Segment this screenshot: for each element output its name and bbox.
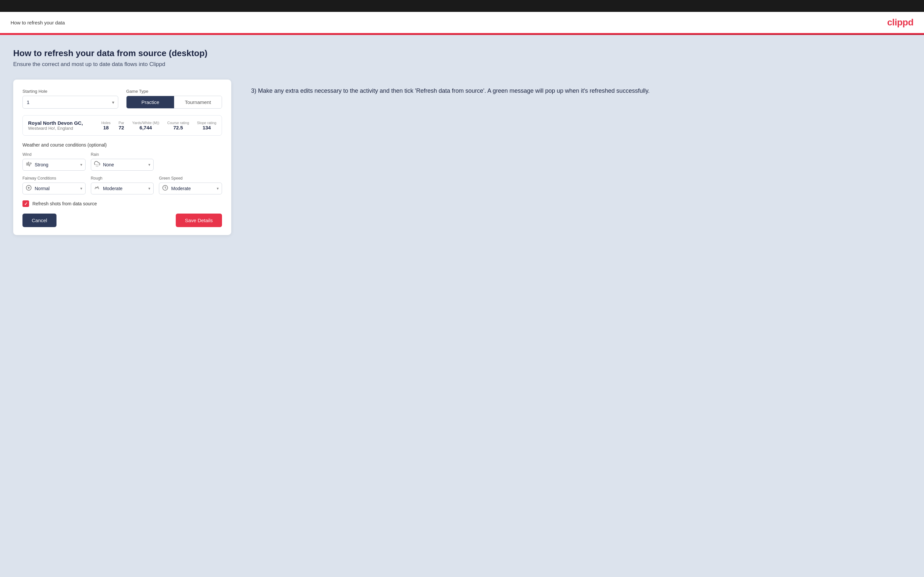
fairway-label: Fairway Conditions [23, 176, 86, 181]
game-type-group: Game Type Practice Tournament [126, 89, 222, 109]
rough-label: Rough [91, 176, 154, 181]
starting-hole-label: Starting Hole [23, 89, 118, 94]
stat-holes: Holes 18 [102, 121, 111, 131]
stat-course-rating: Course rating 72.5 [167, 121, 189, 131]
instruction-area: 3) Make any extra edits necessary to the… [251, 79, 911, 96]
fairway-rough-green-row: Fairway Conditions Normal Soft Firm ▾ [23, 176, 222, 194]
par-label: Par [119, 121, 124, 125]
header: How to refresh your data clippd [0, 12, 924, 34]
page-heading: How to refresh your data from source (de… [13, 48, 911, 58]
yards-value: 6,744 [132, 125, 159, 131]
holes-label: Holes [102, 121, 111, 125]
stat-yards: Yards/White (M)) 6,744 [132, 121, 159, 131]
refresh-checkbox-label: Refresh shots from data source [32, 201, 97, 206]
content-row: Starting Hole 1 10 ▾ Game Type Practi [13, 79, 911, 235]
wind-select[interactable]: Strong Calm Light Moderate [23, 159, 86, 171]
game-type-toggle: Practice Tournament [126, 96, 222, 109]
rough-icon [94, 185, 100, 192]
fairway-group: Fairway Conditions Normal Soft Firm ▾ [23, 176, 86, 194]
rough-select-wrapper: Moderate Light Heavy ▾ [91, 182, 154, 194]
course-location: Westward Ho!, England [28, 126, 95, 131]
rain-label: Rain [91, 152, 154, 157]
card-area: Starting Hole 1 10 ▾ Game Type Practi [13, 79, 231, 235]
breadcrumb: How to refresh your data [11, 20, 65, 26]
stat-slope-rating: Slope rating 134 [197, 121, 216, 131]
course-stats: Holes 18 Par 72 Yards/White (M)) 6,744 [102, 121, 216, 131]
fairway-select[interactable]: Normal Soft Firm [23, 182, 86, 194]
green-speed-group: Green Speed Moderate Slow Fast ▾ [159, 176, 222, 194]
green-speed-icon [162, 185, 168, 192]
slope-rating-value: 134 [197, 125, 216, 131]
page-subheading: Ensure the correct and most up to date d… [13, 61, 911, 68]
par-value: 72 [119, 125, 124, 131]
top-bar [0, 0, 924, 12]
cancel-button[interactable]: Cancel [23, 214, 57, 227]
course-name: Royal North Devon GC, [28, 120, 95, 126]
wind-rain-row: Wind Strong Calm Light Moderate [23, 152, 222, 171]
wind-icon [26, 161, 32, 168]
holes-value: 18 [102, 125, 111, 131]
starting-hole-group: Starting Hole 1 10 ▾ [23, 89, 118, 109]
spacer-group [159, 152, 222, 171]
green-speed-select[interactable]: Moderate Slow Fast [159, 182, 222, 194]
wind-select-wrapper: Strong Calm Light Moderate ▾ [23, 159, 86, 171]
green-speed-label: Green Speed [159, 176, 222, 181]
instruction-text: 3) Make any extra edits necessary to the… [251, 86, 911, 96]
course-rating-value: 72.5 [167, 125, 189, 131]
button-row: Cancel Save Details [23, 214, 222, 227]
stat-par: Par 72 [119, 121, 124, 131]
fairway-select-wrapper: Normal Soft Firm ▾ [23, 182, 86, 194]
course-name-area: Royal North Devon GC, Westward Ho!, Engl… [28, 120, 95, 131]
footer: Copyright Clippd 2022 [0, 572, 924, 577]
green-speed-select-wrapper: Moderate Slow Fast ▾ [159, 182, 222, 194]
practice-toggle-btn[interactable]: Practice [126, 96, 174, 108]
conditions-title: Weather and course conditions (optional) [23, 142, 222, 148]
tournament-toggle-btn[interactable]: Tournament [174, 96, 222, 108]
refresh-checkbox-row: Refresh shots from data source [23, 200, 222, 207]
top-form-row: Starting Hole 1 10 ▾ Game Type Practi [23, 89, 222, 109]
course-info-box: Royal North Devon GC, Westward Ho!, Engl… [23, 115, 222, 136]
rain-group: Rain None Light Heavy ▾ [91, 152, 154, 171]
main-content: How to refresh your data from source (de… [0, 35, 924, 572]
rain-select[interactable]: None Light Heavy [91, 159, 154, 171]
rain-select-wrapper: None Light Heavy ▾ [91, 159, 154, 171]
yards-label: Yards/White (M)) [132, 121, 159, 125]
starting-hole-select-wrapper: 1 10 ▾ [23, 96, 118, 109]
game-type-label: Game Type [126, 89, 222, 94]
wind-label: Wind [23, 152, 86, 157]
rough-group: Rough Moderate Light Heavy ▾ [91, 176, 154, 194]
rough-select[interactable]: Moderate Light Heavy [91, 182, 154, 194]
starting-hole-select[interactable]: 1 10 [23, 96, 118, 109]
logo: clippd [887, 17, 913, 28]
form-card: Starting Hole 1 10 ▾ Game Type Practi [13, 79, 231, 235]
rain-icon [94, 161, 100, 168]
wind-group: Wind Strong Calm Light Moderate [23, 152, 86, 171]
refresh-checkbox[interactable] [23, 200, 29, 207]
course-rating-label: Course rating [167, 121, 189, 125]
slope-rating-label: Slope rating [197, 121, 216, 125]
fairway-icon [26, 185, 32, 192]
save-details-button[interactable]: Save Details [176, 214, 222, 227]
